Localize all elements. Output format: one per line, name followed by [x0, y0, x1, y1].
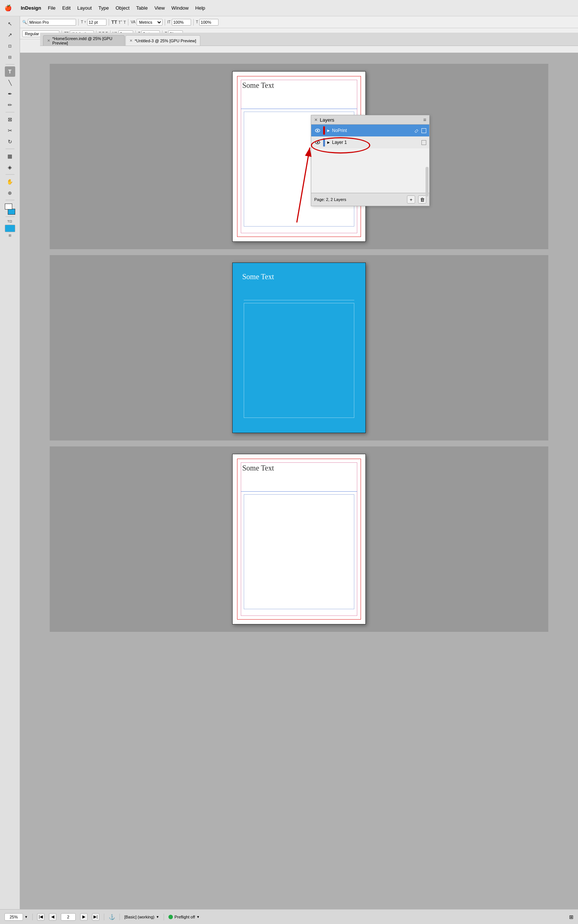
spread-2: Some Text — [50, 255, 548, 440]
first-page-button[interactable]: |◀ — [37, 913, 44, 921]
layer-color-layer1 — [323, 138, 325, 146]
layout-menu[interactable]: Layout — [77, 5, 92, 11]
indesign-menu[interactable]: InDesign — [21, 5, 41, 11]
rectangle-frame-tool[interactable]: ⊠ — [5, 114, 15, 125]
tracking-input[interactable] — [172, 19, 191, 26]
preview-swatch[interactable] — [5, 225, 15, 232]
next-page-button[interactable]: ▶ — [80, 913, 88, 921]
svg-point-1 — [317, 130, 318, 131]
free-transform-tool[interactable]: ↻ — [5, 136, 15, 147]
prev-page-button[interactable]: ◀ — [49, 913, 57, 921]
type-menu[interactable]: Type — [98, 5, 109, 11]
layer-expand-layer1[interactable]: ▶ — [327, 141, 330, 144]
font-search-icon: 🔍 — [22, 20, 27, 24]
sep-1 — [78, 19, 79, 26]
tab-close-untitled3[interactable]: ✕ — [130, 39, 132, 43]
sep-status-2 — [104, 914, 104, 920]
font-size-input[interactable] — [87, 19, 107, 26]
direct-selection-tool[interactable]: ↗ — [5, 30, 15, 40]
preflight-dot — [169, 915, 173, 919]
canvas-spreads: Some Text Some Text — [20, 53, 578, 671]
tab-untitled3[interactable]: ✕ *Untitled-3 @ 25% [GPU Preview] — [125, 35, 200, 45]
panel-close-btn[interactable]: ✕ — [314, 118, 318, 122]
view-label: [Basic] (working) — [124, 915, 154, 919]
view-selector[interactable]: [Basic] (working) ▼ — [124, 915, 159, 919]
selection-tool[interactable]: ↖ — [5, 19, 15, 29]
layers-panel-footer: Page: 2, 2 Layers + 🗑 — [311, 193, 429, 206]
gap-tool[interactable]: ⊟ — [5, 52, 15, 62]
page-2-guide-h1 — [244, 300, 354, 300]
sep-status-1 — [32, 914, 32, 920]
object-menu[interactable]: Object — [116, 5, 130, 11]
page-number-input[interactable] — [61, 913, 76, 921]
tab-close-homescreen[interactable]: ✕ — [47, 39, 50, 43]
page-3-margin-pink — [241, 462, 357, 616]
layout-view-icon[interactable]: ⊞ — [569, 914, 573, 920]
tool-divider-6 — [6, 217, 15, 217]
add-layer-button[interactable]: + — [407, 196, 415, 204]
sep-3 — [128, 19, 128, 26]
fill-swatch[interactable] — [8, 209, 15, 215]
font-family-input[interactable] — [28, 19, 76, 26]
layer-name-layer1: Layer 1 — [332, 140, 419, 145]
scissors-tool[interactable]: ✂ — [5, 125, 15, 136]
zoom-dropdown-icon[interactable]: ▼ — [24, 915, 28, 919]
sep-5 — [193, 19, 194, 26]
panel-menu-icon[interactable]: ≡ — [423, 117, 426, 123]
tool-divider-3 — [6, 149, 15, 149]
window-menu[interactable]: Window — [171, 5, 188, 11]
menubar: 🍎 InDesign File Edit Layout Type Object … — [0, 0, 578, 16]
gradient-feather-tool[interactable]: ◈ — [5, 162, 15, 172]
layer-expand-noprint[interactable]: ▶ — [327, 129, 330, 133]
pencil-tool[interactable]: ✏ — [5, 100, 15, 110]
tabs-bar: ✕ *HomeScreen.indd @ 25% [GPU Preview] ✕… — [40, 32, 578, 46]
layers-panel: ✕ Layers ≡ ▶ NoPrint ▶ Layer 1 Page: 2, … — [311, 115, 430, 206]
file-menu[interactable]: File — [48, 5, 56, 11]
width-icon: T — [196, 20, 198, 24]
pen-tool[interactable]: ✒ — [5, 89, 15, 99]
tab-homescreen[interactable]: ✕ *HomeScreen.indd @ 25% [GPU Preview] — [43, 35, 125, 45]
tool-divider-1 — [6, 64, 15, 65]
gradient-swatch-tool[interactable]: ▦ — [5, 151, 15, 161]
sep-status-3 — [119, 914, 120, 920]
page-3[interactable]: Some Text — [232, 454, 366, 625]
stroke-swatch[interactable] — [5, 204, 12, 209]
sep-2 — [109, 19, 109, 26]
zoom-input[interactable] — [5, 913, 23, 921]
layer-row-layer1[interactable]: ▶ Layer 1 — [311, 136, 429, 148]
kerning-select[interactable]: Metrics Optical 0 — [136, 19, 162, 26]
width-input[interactable] — [199, 19, 219, 26]
layer-color-noprint — [323, 126, 325, 134]
zoom-tool[interactable]: ⊕ — [5, 188, 15, 198]
font-size-icon2: T — [84, 20, 86, 24]
page-3-guide-h1 — [241, 491, 357, 492]
layer-visibility-noprint[interactable] — [314, 127, 321, 134]
color-swatches — [4, 204, 16, 215]
text-frame-tool-label: T⊡ — [6, 219, 13, 224]
type-tool[interactable]: T — [5, 66, 15, 77]
extra-tool[interactable]: ⊞ — [8, 233, 12, 238]
sep-4 — [165, 19, 165, 26]
view-dropdown-icon[interactable]: ▼ — [156, 915, 159, 919]
view-menu[interactable]: View — [154, 5, 165, 11]
help-menu[interactable]: Help — [195, 5, 205, 11]
layer-row-noprint[interactable]: ▶ NoPrint — [311, 125, 429, 136]
anchor-icon[interactable]: ⚓ — [109, 914, 115, 920]
edit-menu[interactable]: Edit — [62, 5, 70, 11]
page-2[interactable]: Some Text — [232, 262, 366, 433]
last-page-button[interactable]: ▶| — [92, 913, 99, 921]
preflight-dropdown-icon[interactable]: ▼ — [196, 915, 200, 919]
layers-scrollbar[interactable] — [425, 167, 429, 196]
layers-panel-header: ✕ Layers ≡ — [311, 115, 429, 125]
layer-name-noprint: NoPrint — [332, 128, 412, 133]
layer-visibility-layer1[interactable] — [314, 139, 321, 146]
hand-tool[interactable]: ✋ — [5, 176, 15, 187]
table-menu[interactable]: Table — [136, 5, 148, 11]
tool-divider-4 — [6, 174, 15, 175]
apple-menu[interactable]: 🍎 — [5, 5, 12, 11]
line-tool[interactable]: ╲ — [5, 78, 15, 88]
page-tool[interactable]: ⊡ — [5, 41, 15, 51]
layers-page-info: Page: 2, 2 Layers — [314, 197, 346, 202]
preflight-status[interactable]: Preflight off ▼ — [169, 915, 200, 919]
delete-layer-button[interactable]: 🗑 — [418, 196, 426, 204]
